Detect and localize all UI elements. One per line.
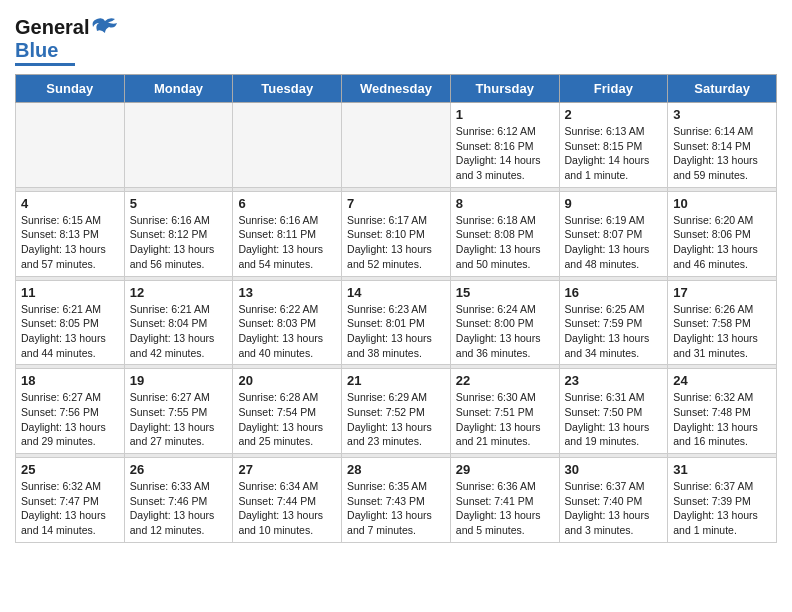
day-info: Sunrise: 6:24 AM <box>456 302 554 317</box>
day-info: and 44 minutes. <box>21 346 119 361</box>
day-info: Sunset: 8:03 PM <box>238 316 336 331</box>
day-info: Daylight: 13 hours <box>456 508 554 523</box>
weekday-header: Friday <box>559 75 668 103</box>
day-info: Sunrise: 6:13 AM <box>565 124 663 139</box>
day-number: 1 <box>456 107 554 122</box>
day-number: 24 <box>673 373 771 388</box>
day-info: Sunset: 8:07 PM <box>565 227 663 242</box>
calendar-cell: 8Sunrise: 6:18 AMSunset: 8:08 PMDaylight… <box>450 191 559 276</box>
weekday-header: Saturday <box>668 75 777 103</box>
day-info: Sunrise: 6:16 AM <box>238 213 336 228</box>
calendar-cell: 1Sunrise: 6:12 AMSunset: 8:16 PMDaylight… <box>450 103 559 188</box>
day-info: Daylight: 13 hours <box>21 508 119 523</box>
day-number: 17 <box>673 285 771 300</box>
day-info: Sunrise: 6:35 AM <box>347 479 445 494</box>
day-info: Daylight: 13 hours <box>456 420 554 435</box>
day-info: Daylight: 13 hours <box>456 331 554 346</box>
day-info: Daylight: 13 hours <box>130 331 228 346</box>
calendar-cell: 7Sunrise: 6:17 AMSunset: 8:10 PMDaylight… <box>342 191 451 276</box>
day-info: and 21 minutes. <box>456 434 554 449</box>
day-info: Sunset: 7:40 PM <box>565 494 663 509</box>
day-info: Daylight: 13 hours <box>565 420 663 435</box>
day-info: Sunrise: 6:31 AM <box>565 390 663 405</box>
calendar-cell: 9Sunrise: 6:19 AMSunset: 8:07 PMDaylight… <box>559 191 668 276</box>
day-info: and 42 minutes. <box>130 346 228 361</box>
calendar-week-row: 1Sunrise: 6:12 AMSunset: 8:16 PMDaylight… <box>16 103 777 188</box>
calendar-cell: 11Sunrise: 6:21 AMSunset: 8:05 PMDayligh… <box>16 280 125 365</box>
day-number: 26 <box>130 462 228 477</box>
day-number: 5 <box>130 196 228 211</box>
day-number: 28 <box>347 462 445 477</box>
day-number: 4 <box>21 196 119 211</box>
day-info: and 40 minutes. <box>238 346 336 361</box>
day-info: and 31 minutes. <box>673 346 771 361</box>
day-info: Sunset: 8:14 PM <box>673 139 771 154</box>
logo: General Blue <box>15 16 119 66</box>
day-number: 14 <box>347 285 445 300</box>
calendar-header-row: SundayMondayTuesdayWednesdayThursdayFrid… <box>16 75 777 103</box>
day-info: Daylight: 13 hours <box>673 331 771 346</box>
day-info: Sunset: 7:58 PM <box>673 316 771 331</box>
calendar-cell: 5Sunrise: 6:16 AMSunset: 8:12 PMDaylight… <box>124 191 233 276</box>
calendar-week-row: 25Sunrise: 6:32 AMSunset: 7:47 PMDayligh… <box>16 458 777 543</box>
day-info: Daylight: 14 hours <box>456 153 554 168</box>
day-info: and 1 minute. <box>565 168 663 183</box>
day-info: Daylight: 13 hours <box>238 242 336 257</box>
day-info: and 38 minutes. <box>347 346 445 361</box>
day-info: Sunrise: 6:27 AM <box>21 390 119 405</box>
day-info: Sunset: 7:43 PM <box>347 494 445 509</box>
day-number: 31 <box>673 462 771 477</box>
day-info: Sunrise: 6:34 AM <box>238 479 336 494</box>
day-info: Sunset: 7:47 PM <box>21 494 119 509</box>
calendar-cell: 29Sunrise: 6:36 AMSunset: 7:41 PMDayligh… <box>450 458 559 543</box>
calendar-cell: 18Sunrise: 6:27 AMSunset: 7:56 PMDayligh… <box>16 369 125 454</box>
day-info: Sunrise: 6:16 AM <box>130 213 228 228</box>
weekday-header: Sunday <box>16 75 125 103</box>
day-info: and 57 minutes. <box>21 257 119 272</box>
day-info: Sunset: 8:10 PM <box>347 227 445 242</box>
weekday-header: Tuesday <box>233 75 342 103</box>
calendar-cell <box>16 103 125 188</box>
calendar-cell: 19Sunrise: 6:27 AMSunset: 7:55 PMDayligh… <box>124 369 233 454</box>
day-number: 11 <box>21 285 119 300</box>
logo-bird-icon <box>91 17 119 39</box>
calendar-cell: 14Sunrise: 6:23 AMSunset: 8:01 PMDayligh… <box>342 280 451 365</box>
day-info: and 7 minutes. <box>347 523 445 538</box>
calendar-week-row: 4Sunrise: 6:15 AMSunset: 8:13 PMDaylight… <box>16 191 777 276</box>
day-info: Daylight: 13 hours <box>130 242 228 257</box>
day-info: and 54 minutes. <box>238 257 336 272</box>
day-info: and 59 minutes. <box>673 168 771 183</box>
day-info: Sunset: 8:15 PM <box>565 139 663 154</box>
day-info: and 23 minutes. <box>347 434 445 449</box>
day-info: Daylight: 13 hours <box>673 420 771 435</box>
day-info: and 56 minutes. <box>130 257 228 272</box>
day-info: Sunrise: 6:29 AM <box>347 390 445 405</box>
calendar-cell: 30Sunrise: 6:37 AMSunset: 7:40 PMDayligh… <box>559 458 668 543</box>
day-info: and 1 minute. <box>673 523 771 538</box>
day-info: Sunset: 8:06 PM <box>673 227 771 242</box>
day-info: Sunrise: 6:37 AM <box>565 479 663 494</box>
day-number: 30 <box>565 462 663 477</box>
day-info: and 14 minutes. <box>21 523 119 538</box>
day-info: Sunset: 8:04 PM <box>130 316 228 331</box>
day-info: Daylight: 13 hours <box>673 242 771 257</box>
day-number: 21 <box>347 373 445 388</box>
day-info: Sunrise: 6:37 AM <box>673 479 771 494</box>
calendar-cell: 23Sunrise: 6:31 AMSunset: 7:50 PMDayligh… <box>559 369 668 454</box>
day-info: and 10 minutes. <box>238 523 336 538</box>
day-info: and 3 minutes. <box>565 523 663 538</box>
day-info: Sunrise: 6:27 AM <box>130 390 228 405</box>
day-info: Sunrise: 6:18 AM <box>456 213 554 228</box>
day-number: 18 <box>21 373 119 388</box>
day-number: 2 <box>565 107 663 122</box>
calendar-cell: 13Sunrise: 6:22 AMSunset: 8:03 PMDayligh… <box>233 280 342 365</box>
logo-underline <box>15 63 75 66</box>
day-info: Daylight: 13 hours <box>347 331 445 346</box>
day-info: and 52 minutes. <box>347 257 445 272</box>
day-info: Sunrise: 6:19 AM <box>565 213 663 228</box>
day-info: Sunset: 7:56 PM <box>21 405 119 420</box>
day-info: Daylight: 13 hours <box>673 508 771 523</box>
day-info: Sunrise: 6:21 AM <box>21 302 119 317</box>
calendar-cell <box>233 103 342 188</box>
day-info: Sunrise: 6:12 AM <box>456 124 554 139</box>
